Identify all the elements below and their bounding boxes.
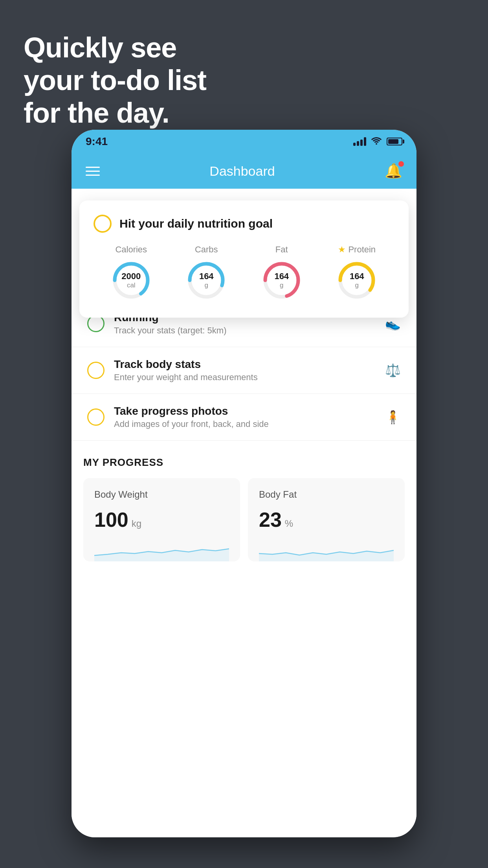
donut-protein: 164 g <box>335 259 378 302</box>
hero-line3: for the day. <box>24 97 206 129</box>
signal-icon <box>353 137 366 146</box>
photos-title: Take progress photos <box>114 405 376 417</box>
body-stats-check <box>87 362 105 379</box>
shoe-icon: 👟 <box>385 316 401 331</box>
body-fat-chart <box>259 538 394 561</box>
status-icons <box>353 136 402 147</box>
nutrition-item-protein: ★Protein 164 g <box>335 245 378 302</box>
body-weight-label: Body Weight <box>94 489 229 500</box>
nutrition-item-fat: Fat 164 g <box>260 245 303 302</box>
nav-bar: Dashboard 🔔 <box>72 153 416 189</box>
todo-item-body-stats[interactable]: Track body stats Enter your weight and m… <box>72 347 416 394</box>
progress-title: MY PROGRESS <box>83 456 405 469</box>
hero-line2: your to-do list <box>24 64 206 97</box>
nutrition-check-circle[interactable] <box>94 215 112 233</box>
scale-icon: ⚖️ <box>385 363 401 378</box>
status-bar: 9:41 <box>72 130 416 153</box>
status-time: 9:41 <box>86 135 108 148</box>
running-subtitle: Track your stats (target: 5km) <box>114 326 376 336</box>
main-content: THINGS TO DO TODAY Hit your daily nutrit… <box>72 189 416 837</box>
progress-section: MY PROGRESS Body Weight 100 kg <box>72 441 416 577</box>
hamburger-menu[interactable] <box>86 167 100 176</box>
body-stats-title: Track body stats <box>114 358 376 371</box>
nav-title: Dashboard <box>209 164 275 179</box>
nutrition-item-calories: Calories 2000 cal <box>110 245 153 302</box>
wifi-icon <box>371 136 382 147</box>
body-weight-chart <box>94 538 229 561</box>
donut-calories: 2000 cal <box>110 259 153 302</box>
person-icon: 🧍 <box>385 410 401 425</box>
notification-bell-icon[interactable]: 🔔 <box>385 163 402 179</box>
todo-item-photos[interactable]: Take progress photos Add images of your … <box>72 394 416 441</box>
nutrition-item-carbs: Carbs 164 g <box>185 245 228 302</box>
body-fat-value: 23 <box>259 508 282 531</box>
notification-dot <box>398 161 404 167</box>
body-stats-text: Track body stats Enter your weight and m… <box>114 358 376 383</box>
body-weight-value: 100 <box>94 508 128 531</box>
nutrition-grid: Calories 2000 cal Carbs 164 g Fat <box>94 245 394 302</box>
todo-list: Running Track your stats (target: 5km) 👟… <box>72 300 416 441</box>
body-weight-unit: kg <box>132 518 141 529</box>
body-fat-unit: % <box>285 518 293 529</box>
phone-mockup: 9:41 Dashboard 🔔 THINGS TO <box>72 130 416 837</box>
body-stats-subtitle: Enter your weight and measurements <box>114 372 376 383</box>
body-fat-label: Body Fat <box>259 489 394 500</box>
body-weight-card[interactable]: Body Weight 100 kg <box>83 478 240 561</box>
photos-subtitle: Add images of your front, back, and side <box>114 419 376 429</box>
nutrition-card: Hit your daily nutrition goal Calories 2… <box>79 200 409 318</box>
body-fat-card[interactable]: Body Fat 23 % <box>248 478 405 561</box>
body-fat-value-row: 23 % <box>259 508 394 531</box>
hero-text: Quickly see your to-do list for the day. <box>24 31 206 129</box>
star-icon: ★ <box>338 245 346 255</box>
progress-cards: Body Weight 100 kg Body Fat <box>83 478 405 561</box>
photos-text: Take progress photos Add images of your … <box>114 405 376 429</box>
photos-check <box>87 408 105 426</box>
card-title-row: Hit your daily nutrition goal <box>94 215 394 233</box>
svg-marker-8 <box>94 549 229 561</box>
nutrition-card-title: Hit your daily nutrition goal <box>119 217 273 230</box>
hero-line1: Quickly see <box>24 31 206 64</box>
body-weight-value-row: 100 kg <box>94 508 229 531</box>
donut-fat: 164 g <box>260 259 303 302</box>
svg-marker-9 <box>259 550 394 561</box>
battery-icon <box>387 138 402 145</box>
donut-carbs: 164 g <box>185 259 228 302</box>
